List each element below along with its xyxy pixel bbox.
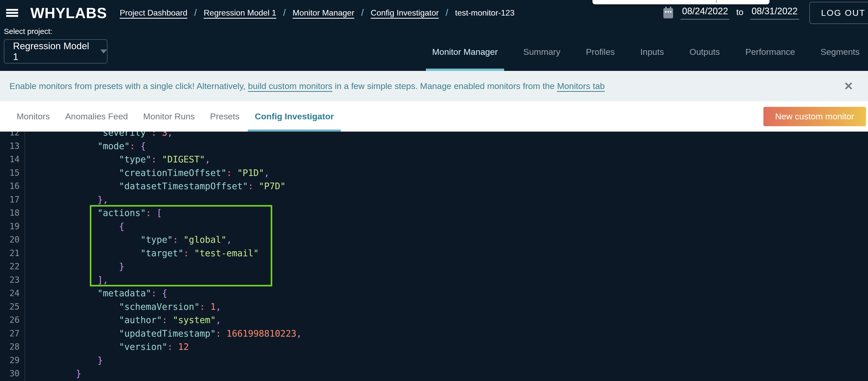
nav-tab-outputs[interactable]: Outputs [689, 33, 720, 71]
code-line-13[interactable]: "mode": { [33, 139, 868, 153]
log-out-button[interactable]: LOG OUT [809, 2, 868, 24]
close-icon[interactable]: ✕ [842, 80, 855, 92]
subnav-tab-presets[interactable]: Presets [210, 101, 239, 132]
line-number: 15 [0, 166, 25, 180]
nav-tab-monitor-manager[interactable]: Monitor Manager [432, 33, 498, 71]
breadcrumb-item-project-dashboard[interactable]: Project Dashboard [120, 8, 187, 18]
code-line-20[interactable]: "type": "global", [33, 233, 868, 247]
line-number: 19 [0, 220, 25, 233]
subnav-tab-monitor-runs[interactable]: Monitor Runs [143, 101, 195, 132]
nav-tab-profiles[interactable]: Profiles [586, 33, 615, 71]
code-line-14[interactable]: "type": "DIGEST", [33, 153, 868, 166]
banner-link-build-custom-monitors[interactable]: build custom monitors [248, 81, 333, 91]
code-line-22[interactable]: } [33, 260, 868, 274]
nav-tab-summary[interactable]: Summary [523, 33, 560, 71]
project-dropdown[interactable]: Regression Model 1 [4, 39, 107, 63]
line-number: 12 [0, 132, 25, 139]
project-dropdown-value: Regression Model 1 [13, 41, 94, 62]
line-number: 28 [0, 340, 25, 354]
line-number-gutter: 12131415161718192021222324252627282930 [0, 132, 25, 381]
line-numbers: 12131415161718192021222324252627282930 [0, 132, 25, 380]
line-number: 13 [0, 139, 25, 153]
code-line-15[interactable]: "creationTimeOffset": "P1D", [33, 166, 868, 180]
code-line-30[interactable]: } [33, 367, 868, 380]
code-line-25[interactable]: "schemaVersion": 1, [33, 300, 868, 314]
primary-nav-tabs: Monitor ManagerSummaryProfilesInputsOutp… [432, 33, 860, 71]
nav-tab-performance[interactable]: Performance [745, 33, 795, 71]
presets-banner: Enable monitors from presets with a sing… [0, 71, 868, 101]
nav-tab-segments[interactable]: Segments [820, 33, 860, 71]
code-line-12[interactable]: "severity": 3, [33, 132, 868, 139]
date-range-separator: to [736, 7, 743, 19]
line-number: 29 [0, 354, 25, 367]
hamburger-menu-icon[interactable] [6, 9, 18, 17]
subnav-tab-anomalies-feed[interactable]: Anomalies Feed [65, 101, 128, 132]
code-line-17[interactable]: }, [33, 193, 868, 207]
date-range-controls: 08/24/2022 to 08/31/2022 LOG OUT [662, 0, 868, 26]
breadcrumb-item-monitor-manager[interactable]: Monitor Manager [293, 8, 354, 18]
line-number: 16 [0, 180, 25, 193]
new-custom-monitor-button[interactable]: New custom monitor [764, 107, 866, 126]
breadcrumb-item-config-investigator[interactable]: Config Investigator [371, 8, 439, 18]
breadcrumb-item-test-monitor-123: test-monitor-123 [455, 8, 515, 18]
line-number: 24 [0, 287, 25, 300]
line-number: 17 [0, 193, 25, 207]
code-line-24[interactable]: "metadata": { [33, 287, 868, 300]
whylabs-app: WHYLABS Project Dashboard/Regression Mod… [0, 0, 868, 381]
code-line-18[interactable]: "actions": [ [33, 206, 868, 220]
end-date-input[interactable]: 08/31/2022 [750, 6, 799, 20]
breadcrumb-separator: / [361, 7, 364, 18]
breadcrumb-separator: / [283, 7, 286, 18]
config-editor: 12131415161718192021222324252627282930 "… [0, 132, 868, 381]
breadcrumb-item-regression-model-1[interactable]: Regression Model 1 [204, 8, 276, 18]
line-number: 23 [0, 274, 25, 287]
code-line-23[interactable]: ], [33, 274, 868, 287]
line-number: 20 [0, 233, 25, 247]
code-line-19[interactable]: { [33, 220, 868, 233]
calendar-icon[interactable] [662, 6, 674, 19]
code-lines: "severity": 3, "mode": { "type": "DIGEST… [33, 132, 868, 380]
code-area[interactable]: "severity": 3, "mode": { "type": "DIGEST… [25, 132, 868, 381]
line-number: 21 [0, 247, 25, 260]
app-header: WHYLABS Project Dashboard/Regression Mod… [0, 0, 868, 71]
line-number: 22 [0, 260, 25, 274]
chevron-down-icon [100, 50, 107, 54]
subnav-tab-monitors[interactable]: Monitors [17, 101, 50, 132]
line-number: 26 [0, 313, 25, 327]
breadcrumb: Project Dashboard/Regression Model 1/Mon… [120, 7, 515, 18]
banner-text: in a few simple steps. Manage enabled mo… [332, 81, 557, 91]
code-line-28[interactable]: "version": 12 [33, 340, 868, 354]
banner-link-monitors-tab[interactable]: Monitors tab [557, 81, 605, 91]
line-number: 14 [0, 153, 25, 166]
subnav-tab-config-investigator[interactable]: Config Investigator [255, 101, 334, 132]
breadcrumb-separator: / [194, 7, 197, 18]
select-project-label: Select project: [4, 27, 107, 36]
monitor-manager-subnav: MonitorsAnomalies FeedMonitor RunsPreset… [0, 101, 868, 132]
code-line-16[interactable]: "datasetTimestampOffset": "P7D" [33, 180, 868, 193]
code-line-27[interactable]: "updatedTimestamp": 1661998810223, [33, 327, 868, 341]
code-line-29[interactable]: } [33, 354, 868, 367]
whylabs-logo: WHYLABS [30, 4, 107, 22]
line-number: 30 [0, 367, 25, 380]
line-number: 18 [0, 206, 25, 220]
banner-message: Enable monitors from presets with a sing… [9, 81, 605, 91]
banner-text: Enable monitors from presets with a sing… [9, 81, 248, 91]
nav-tab-inputs[interactable]: Inputs [641, 33, 664, 71]
breadcrumb-separator: / [446, 7, 448, 18]
code-line-26[interactable]: "author": "system", [33, 313, 868, 327]
start-date-input[interactable]: 08/24/2022 [680, 6, 730, 20]
project-selector: Select project: Regression Model 1 [4, 27, 107, 63]
line-number: 27 [0, 327, 25, 341]
code-line-21[interactable]: "target": "test-email" [33, 247, 868, 260]
line-number: 25 [0, 300, 25, 314]
